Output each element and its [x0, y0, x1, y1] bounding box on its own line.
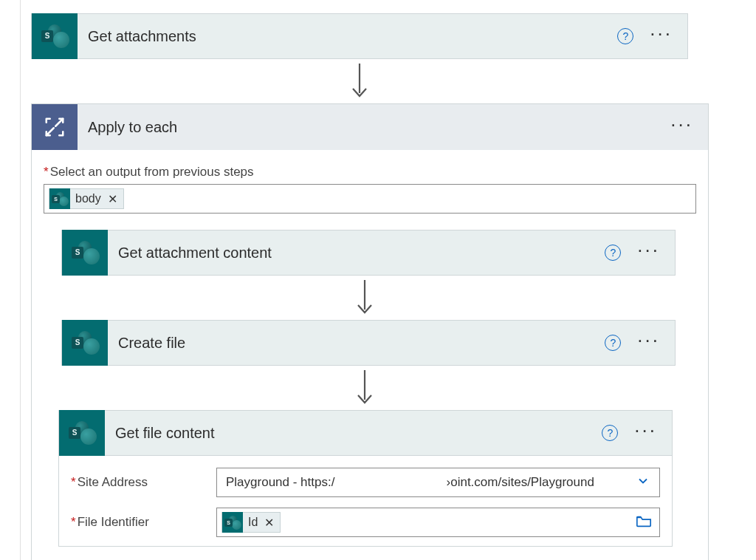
action-card-get-attachment-content[interactable]: S Get attachment content ? ···	[61, 230, 676, 276]
scope-title: Apply to each	[78, 119, 670, 136]
help-icon[interactable]: ?	[605, 335, 621, 351]
remove-token-icon[interactable]: ✕	[106, 192, 117, 206]
file-identifier-label: *File Identifier	[71, 515, 207, 530]
action-card-get-file-content[interactable]: S Get file content ? ···	[58, 410, 673, 456]
help-icon[interactable]: ?	[617, 28, 633, 44]
remove-token-icon[interactable]: ✕	[263, 516, 274, 530]
site-address-value: Playground - https:/ ›oint.com/sites/Pla…	[226, 475, 594, 490]
more-menu-icon[interactable]: ···	[637, 246, 660, 259]
sharepoint-icon: S	[62, 320, 108, 366]
sharepoint-icon: S	[49, 188, 70, 209]
help-icon[interactable]: ?	[602, 425, 618, 441]
action-title: Get attachment content	[108, 245, 605, 262]
site-address-label: *Site Address	[71, 475, 207, 490]
token-label: body	[75, 192, 101, 205]
sharepoint-icon: S	[59, 410, 105, 456]
connector-arrow	[44, 366, 686, 410]
output-from-previous-label: *Select an output from previous steps	[44, 165, 696, 180]
more-menu-icon[interactable]: ···	[670, 120, 693, 134]
action-body-get-file-content: *Site Address Playground - https:/ ›oint…	[58, 456, 673, 547]
file-identifier-input[interactable]: S Id ✕	[216, 508, 660, 537]
token-id[interactable]: S Id ✕	[221, 512, 281, 533]
folder-picker-icon[interactable]	[636, 513, 652, 532]
canvas-left-edge	[20, 0, 21, 560]
action-title: Create file	[108, 335, 605, 352]
action-title: Get file content	[105, 425, 602, 442]
chevron-down-icon	[636, 474, 650, 492]
action-card-create-file[interactable]: S Create file ? ···	[61, 320, 676, 366]
token-label: Id	[248, 516, 258, 529]
output-from-previous-input[interactable]: S body ✕	[44, 184, 696, 214]
sharepoint-icon: S	[222, 512, 243, 533]
scope-header-apply-to-each[interactable]: Apply to each ···	[32, 104, 708, 150]
loop-icon	[32, 104, 78, 150]
sharepoint-icon: S	[32, 13, 78, 59]
connector-arrow	[44, 276, 686, 320]
sharepoint-icon: S	[62, 230, 108, 276]
site-address-dropdown[interactable]: Playground - https:/ ›oint.com/sites/Pla…	[216, 468, 660, 497]
more-menu-icon[interactable]: ···	[634, 426, 657, 440]
connector-arrow	[31, 59, 688, 103]
help-icon[interactable]: ?	[605, 245, 621, 261]
action-title: Get attachments	[78, 28, 617, 45]
token-body[interactable]: S body ✕	[49, 188, 124, 209]
more-menu-icon[interactable]: ···	[637, 336, 660, 349]
more-menu-icon[interactable]: ···	[650, 30, 673, 43]
action-card-get-attachments[interactable]: S Get attachments ? ···	[31, 13, 688, 59]
scope-card-apply-to-each: Apply to each ··· *Select an output from…	[31, 103, 709, 560]
